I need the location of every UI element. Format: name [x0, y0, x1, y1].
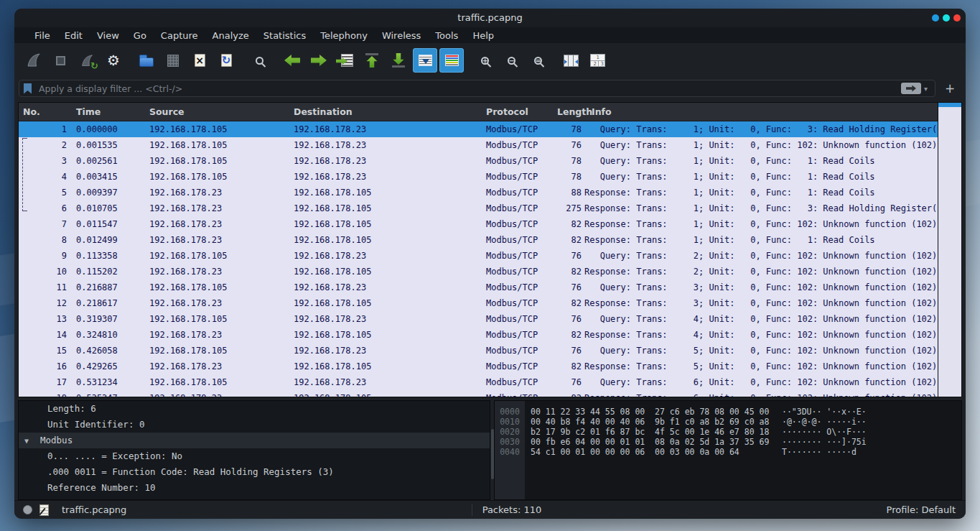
restart-capture-icon[interactable]: ↻ [75, 48, 99, 73]
go-forward-icon[interactable] [307, 48, 331, 73]
menu-item-capture[interactable]: Capture [154, 29, 205, 42]
packet-row[interactable]: 80.012499192.168.178.23192.168.178.105Mo… [19, 232, 938, 248]
capture-options-icon[interactable]: ⚙ [101, 48, 126, 73]
menu-item-edit[interactable]: Edit [57, 29, 90, 42]
capture-comment-icon[interactable] [39, 504, 49, 516]
column-header-protocol[interactable]: Protocol [486, 106, 556, 117]
display-filter-input[interactable]: Apply a display filter ... <Ctrl-/> ▾ [19, 80, 935, 97]
column-header-destination[interactable]: Destination [294, 106, 486, 117]
zoom-reset-icon[interactable]: = [526, 48, 550, 73]
stop-square [56, 56, 65, 65]
column-header-time[interactable]: Time [76, 106, 149, 117]
hex-bytes[interactable]: b2 17 9b c2 01 f6 87 bc 4f 5c 00 1e 46 e… [531, 427, 769, 437]
zoom-in-icon[interactable]: + [472, 48, 497, 73]
packet-details-pane[interactable]: Length: 6Unit Identifier: 0▼Modbus0... .… [18, 400, 490, 500]
cell-len: 78 [556, 124, 584, 134]
packet-row[interactable]: 20.001535192.168.178.105192.168.178.23Mo… [19, 137, 938, 153]
menu-item-statistics[interactable]: Statistics [256, 29, 313, 42]
hex-line[interactable]: 004054 c1 00 01 00 00 00 06 00 03 00 0a … [495, 447, 961, 457]
menu-item-wireless[interactable]: Wireless [375, 29, 428, 42]
packet-row[interactable]: 50.009397192.168.178.23192.168.178.105Mo… [19, 185, 938, 200]
open-file-icon[interactable] [134, 48, 159, 73]
packet-row[interactable]: 70.011547192.168.178.23192.168.178.105Mo… [19, 216, 938, 232]
packet-row[interactable]: 60.010705192.168.178.23192.168.178.105Mo… [19, 200, 938, 216]
stop-capture-icon[interactable] [48, 48, 73, 73]
packet-row[interactable]: 170.531234192.168.178.105192.168.178.23M… [19, 374, 938, 390]
packet-row[interactable]: 120.218617192.168.178.23192.168.178.105M… [19, 295, 938, 311]
expert-info-icon[interactable] [23, 505, 32, 514]
hex-ascii[interactable]: ········ ···]·75i [782, 437, 867, 447]
menu-item-telephony[interactable]: Telephony [313, 29, 375, 42]
packet-row[interactable]: 150.426058192.168.178.105192.168.178.23M… [19, 343, 938, 359]
detail-text: Unit Identifier: 0 [47, 419, 144, 430]
detail-line[interactable]: Reference Number: 10 [19, 480, 490, 496]
menu-item-file[interactable]: File [27, 29, 57, 42]
column-header-no[interactable]: No. [19, 106, 76, 117]
hex-ascii[interactable]: ········ O\··F··· [782, 427, 867, 437]
layout-icon[interactable]: 123 [585, 48, 610, 73]
detail-line[interactable]: .000 0011 = Function Code: Read Holding … [19, 464, 490, 480]
apply-filter-button[interactable] [901, 83, 921, 94]
menu-item-analyze[interactable]: Analyze [205, 29, 256, 42]
menu-item-view[interactable]: View [90, 29, 126, 42]
tree-expander-icon[interactable]: ▼ [24, 433, 40, 449]
zoom-out-icon[interactable]: − [499, 48, 523, 73]
save-file-icon[interactable] [161, 48, 185, 73]
packet-row[interactable]: 160.429265192.168.178.23192.168.178.105M… [19, 359, 938, 374]
menu-item-go[interactable]: Go [126, 29, 154, 42]
detail-line[interactable]: Length: 6 [19, 401, 490, 417]
window-close-button[interactable] [953, 14, 961, 22]
hex-bytes[interactable]: 00 11 22 33 44 55 08 00 27 c6 eb 78 08 0… [531, 407, 769, 417]
hex-bytes[interactable]: 54 c1 00 01 00 00 00 06 00 03 00 0a 00 6… [531, 447, 739, 457]
hex-bytes[interactable]: 00 fb e6 04 00 00 01 01 08 0a 02 5d 1a 3… [531, 437, 769, 447]
go-to-packet-icon[interactable] [333, 48, 358, 73]
find-packet-icon[interactable] [247, 48, 271, 73]
hex-line[interactable]: 001000 40 b8 f4 40 00 40 06 9b f1 c0 a8 … [495, 417, 961, 427]
packet-row[interactable]: 10.000000192.168.178.105192.168.178.23Mo… [19, 121, 938, 137]
hex-line[interactable]: 003000 fb e6 04 00 00 01 01 08 0a 02 5d … [495, 437, 961, 447]
column-header-source[interactable]: Source [149, 106, 294, 117]
packet-row[interactable]: 30.002561192.168.178.105192.168.178.23Mo… [19, 153, 938, 169]
reload-file-icon[interactable]: ↻ [214, 48, 238, 73]
hex-ascii[interactable]: ·@··@·@· ·····i·· [782, 417, 867, 427]
menu-item-tools[interactable]: Tools [428, 29, 465, 42]
hex-ascii[interactable]: T······· ·····d [782, 447, 857, 457]
packet-row[interactable]: 180.535347192.168.178.23192.168.178.105M… [19, 390, 938, 397]
status-profile[interactable]: Profile: Default [887, 504, 956, 515]
auto-scroll-icon[interactable] [413, 48, 437, 73]
menu-item-help[interactable]: Help [465, 29, 501, 42]
detail-line[interactable]: ▼Modbus [19, 433, 490, 448]
hex-line[interactable]: 0020b2 17 9b c2 01 f6 87 bc 4f 5c 00 1e … [495, 427, 961, 437]
go-to-top-icon[interactable] [360, 48, 384, 73]
go-back-icon[interactable] [280, 48, 304, 73]
hex-offset: 0010 [495, 417, 525, 427]
cell-info: Response: Trans: 4; Unit: 0, Func: 102: … [584, 330, 938, 340]
resize-columns-icon[interactable] [559, 48, 583, 73]
packet-row[interactable]: 90.113358192.168.178.105192.168.178.23Mo… [19, 248, 938, 264]
filter-dropdown-caret[interactable]: ▾ [924, 85, 928, 93]
window-minimize-button[interactable] [932, 14, 939, 22]
packet-row[interactable]: 40.003415192.168.178.105192.168.178.23Mo… [19, 169, 938, 185]
packet-bytes-pane[interactable]: 000000 11 22 33 44 55 08 00 27 c6 eb 78 … [494, 400, 962, 500]
packet-row[interactable]: 130.319307192.168.178.105192.168.178.23M… [19, 311, 938, 327]
packet-row[interactable]: 100.115202192.168.178.23192.168.178.105M… [19, 264, 938, 280]
colorize-icon[interactable] [439, 48, 464, 73]
column-header-info[interactable]: Info [584, 106, 938, 117]
close-file-icon[interactable]: × [187, 48, 212, 73]
intelligent-scrollbar[interactable] [938, 103, 961, 397]
packet-row[interactable]: 110.216887192.168.178.105192.168.178.23M… [19, 280, 938, 295]
title-bar[interactable]: traffic.pcapng [14, 9, 966, 27]
packet-row[interactable]: 140.324810192.168.178.23192.168.178.105M… [19, 327, 938, 343]
window-maximize-button[interactable] [943, 14, 950, 22]
bookmark-icon[interactable] [24, 83, 32, 94]
hex-bytes[interactable]: 00 40 b8 f4 40 00 40 06 9b f1 c0 a8 b2 6… [531, 417, 769, 427]
go-to-bottom-icon[interactable] [386, 48, 411, 73]
column-header-length[interactable]: Length [556, 106, 584, 117]
cell-src: 192.168.178.23 [149, 361, 294, 371]
detail-line[interactable]: Unit Identifier: 0 [19, 417, 490, 433]
start-capture-icon[interactable] [22, 48, 46, 73]
detail-line[interactable]: 0... .... = Exception: No [19, 448, 490, 464]
hex-ascii[interactable]: ··"3DU·· '··x··E· [782, 407, 867, 417]
add-filter-button[interactable]: + [943, 81, 957, 96]
hex-line[interactable]: 000000 11 22 33 44 55 08 00 27 c6 eb 78 … [495, 407, 961, 417]
